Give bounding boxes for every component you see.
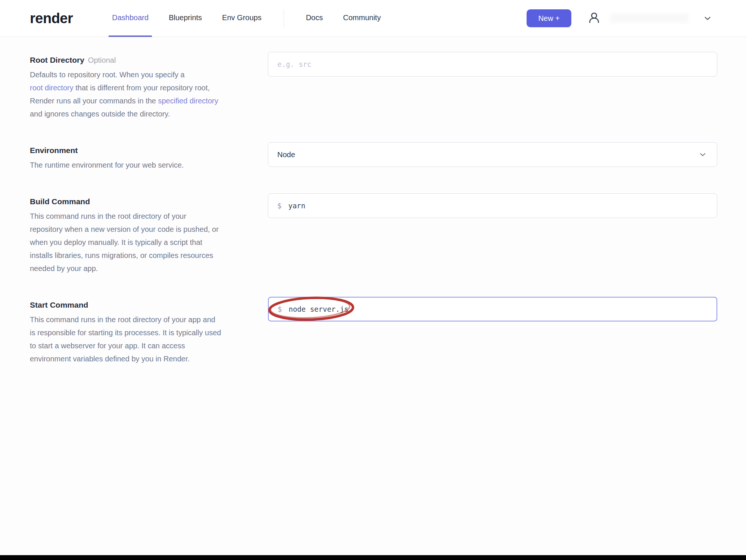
nav-divider (284, 9, 284, 28)
bottom-black-bar (0, 555, 746, 560)
optional-tag: Optional (88, 56, 116, 64)
desc-line: This command runs in the root directory … (30, 210, 246, 223)
environment-label: Environment (30, 146, 246, 155)
root-directory-input[interactable] (277, 60, 708, 68)
desc-line: This command runs in the root directory … (30, 313, 246, 326)
chevron-down-icon (703, 13, 712, 23)
start-command-input-box: $ (268, 297, 717, 321)
desc-line: when you deploy manually. It is typicall… (30, 236, 246, 249)
start-command-info: Start Command This command runs in the r… (30, 297, 246, 365)
build-command-label: Build Command (30, 197, 246, 206)
nav-item-blueprints[interactable]: Blueprints (165, 0, 205, 37)
build-command-row: Build Command This command runs in the r… (30, 193, 717, 275)
root-directory-info: Root DirectoryOptional Defaults to repos… (30, 52, 246, 121)
desc-text: that is different from your repository r… (74, 84, 210, 92)
desc-line: and ignores changes outside the director… (30, 108, 246, 121)
start-command-description: This command runs in the root directory … (30, 313, 246, 365)
primary-nav: Dashboard Blueprints Env Groups Docs Com… (109, 0, 384, 37)
root-directory-field (268, 52, 717, 77)
build-command-info: Build Command This command runs in the r… (30, 193, 246, 275)
start-command-field: $ (268, 297, 717, 321)
environment-select-value: Node (277, 150, 295, 159)
new-button[interactable]: New + (527, 9, 571, 27)
render-logo[interactable]: render (30, 10, 73, 27)
shell-prompt-symbol: $ (278, 305, 282, 313)
desc-line: repository when a new version of your co… (30, 223, 246, 236)
start-command-input[interactable] (288, 305, 708, 313)
shell-prompt-symbol: $ (277, 202, 281, 210)
desc-line: root directory that is different from yo… (30, 81, 246, 94)
desc-line: Defaults to repository root. When you sp… (30, 68, 246, 81)
desc-line: environment variables defined by you in … (30, 352, 246, 365)
environment-select[interactable]: Node (268, 142, 717, 167)
desc-line: Render runs all your commands in the spe… (30, 94, 246, 108)
account-button[interactable] (586, 10, 603, 27)
nav-item-docs[interactable]: Docs (303, 0, 327, 37)
root-directory-description: Defaults to repository root. When you sp… (30, 68, 246, 121)
start-command-row: Start Command This command runs in the r… (30, 297, 717, 365)
desc-line: needed by your app. (30, 262, 246, 275)
desc-text: Render runs all your commands in the (30, 97, 158, 105)
nav-item-dashboard[interactable]: Dashboard (109, 0, 152, 37)
specified-directory-link[interactable]: specified directory (158, 97, 218, 105)
root-directory-label: Root DirectoryOptional (30, 56, 246, 65)
top-navigation-bar: render Dashboard Blueprints Env Groups D… (0, 0, 746, 37)
header-right-cluster: New + (527, 9, 712, 27)
root-directory-input-box (268, 52, 717, 77)
desc-line: installs libraries, runs migrations, or … (30, 249, 246, 262)
root-directory-row: Root DirectoryOptional Defaults to repos… (30, 52, 717, 121)
root-directory-label-text: Root Directory (30, 56, 84, 64)
web-service-settings-form: Root DirectoryOptional Defaults to repos… (0, 37, 746, 365)
chevron-down-icon (698, 150, 707, 159)
person-outline-icon (587, 11, 601, 25)
build-command-field: $ (268, 193, 717, 218)
desc-line: to start a webserver for your app. It ca… (30, 339, 246, 352)
redacted-account-name (610, 13, 689, 23)
environment-description: The runtime environment for your web ser… (30, 159, 246, 172)
nav-item-community[interactable]: Community (340, 0, 384, 37)
desc-line: is responsible for starting its processe… (30, 326, 246, 339)
build-command-description: This command runs in the root directory … (30, 210, 246, 275)
build-command-input-box: $ (268, 193, 717, 218)
nav-item-env-groups[interactable]: Env Groups (219, 0, 265, 37)
start-command-label: Start Command (30, 301, 246, 309)
root-directory-link[interactable]: root directory (30, 84, 74, 92)
environment-row: Environment The runtime environment for … (30, 142, 717, 172)
render-dashboard-page: render Dashboard Blueprints Env Groups D… (0, 0, 746, 560)
build-command-input[interactable] (288, 202, 708, 210)
account-menu-toggle[interactable] (703, 13, 712, 23)
environment-field: Node (268, 142, 717, 167)
environment-info: Environment The runtime environment for … (30, 142, 246, 172)
